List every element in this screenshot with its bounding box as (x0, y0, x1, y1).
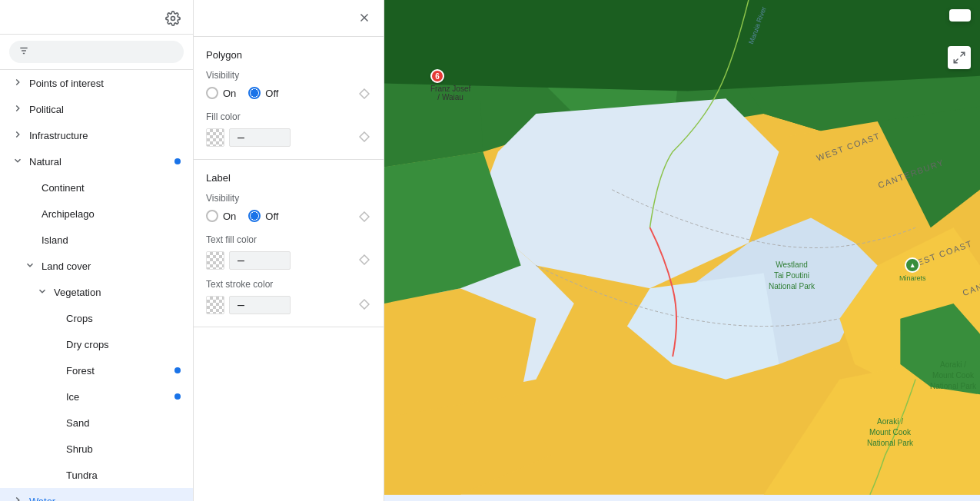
nav-label-dry-crops: Dry crops (66, 339, 109, 350)
nav-label-ice: Ice (66, 391, 79, 403)
left-panel: Points of interestPoliticalInfrastructur… (0, 0, 194, 501)
nav-item-crops[interactable]: Crops (0, 305, 193, 331)
nav-label-water: Water (29, 496, 55, 502)
label-section: Label Visibility On Off Text fill color (194, 160, 384, 327)
radio-group-polygon: On Off (206, 87, 278, 99)
radio-on-text-label: On (223, 211, 236, 222)
radio-on-label[interactable]: On (206, 210, 236, 222)
svg-marker-9 (360, 255, 369, 264)
svg-line-30 (961, 52, 965, 56)
radio-off-label-polygon: Off (265, 88, 278, 99)
nav-item-shrub[interactable]: Shrub (0, 436, 193, 462)
nav-label-island: Island (42, 234, 68, 246)
fill-color-swatch[interactable] (206, 128, 224, 147)
dot-forest (174, 367, 181, 373)
polygon-title: Polygon (206, 49, 371, 61)
nav-item-water[interactable]: Water (0, 488, 193, 501)
nav-item-land-cover[interactable]: Land cover (0, 253, 193, 279)
text-fill-swatch-group: – (206, 251, 291, 270)
nav-label-crops: Crops (66, 313, 93, 324)
text-fill-color-row: – (206, 251, 371, 270)
close-icon[interactable] (357, 11, 371, 28)
nav-item-island[interactable]: Island (0, 227, 193, 253)
diamond-icon-visibility-polygon[interactable] (359, 88, 371, 101)
diamond-icon-text-fill[interactable] (359, 254, 371, 267)
text-fill-color-swatch[interactable] (206, 251, 224, 270)
chevron-icon-land-cover (25, 260, 37, 272)
diamond-icon-visibility-label[interactable] (359, 211, 371, 224)
nav-item-tundra[interactable]: Tundra (0, 462, 193, 488)
fill-color-value[interactable]: – (229, 128, 291, 147)
svg-marker-10 (360, 300, 369, 309)
diamond-icon-text-stroke[interactable] (359, 299, 371, 311)
map-search-box[interactable] (949, 9, 971, 22)
nav-item-infrastructure[interactable]: Infrastructure (0, 122, 193, 148)
svg-marker-8 (360, 212, 369, 221)
text-stroke-color-row: – (206, 296, 371, 314)
chevron-icon-points-of-interest (12, 77, 25, 89)
nav-label-sand: Sand (66, 417, 89, 429)
nav-item-continent[interactable]: Continent (0, 174, 193, 201)
text-fill-color-value[interactable]: – (229, 251, 291, 270)
nav-label-shrub: Shrub (66, 443, 93, 455)
nav-label-tundra: Tundra (66, 469, 98, 481)
radio-off-polygon[interactable]: Off (248, 87, 278, 99)
radio-circle-on-label (206, 210, 218, 222)
diamond-icon-fill[interactable] (359, 131, 371, 144)
map-expand-button[interactable] (948, 46, 971, 69)
nav-item-political[interactable]: Political (0, 96, 193, 122)
visibility-label-label: Visibility (206, 193, 371, 204)
text-stroke-color-label: Text stroke color (206, 279, 371, 290)
radio-off-text-label: Off (265, 211, 278, 222)
middle-panel: Polygon Visibility On Off Fill color (194, 0, 384, 501)
nav-item-dry-crops[interactable]: Dry crops (0, 331, 193, 357)
nav-item-natural[interactable]: Natural (0, 148, 193, 174)
radio-off-label[interactable]: Off (248, 210, 278, 222)
nav-item-points-of-interest[interactable]: Points of interest (0, 70, 193, 96)
nav-item-forest[interactable]: Forest (0, 357, 193, 383)
visibility-row-polygon: On Off (206, 87, 371, 102)
dot-ice (174, 393, 181, 400)
visibility-label-polygon: Visibility (206, 70, 371, 81)
svg-marker-7 (360, 132, 369, 141)
map-area[interactable]: 6 Franz Josef/ Waiau WEST COAST CANTERBU… (384, 0, 980, 501)
chevron-icon-infrastructure (12, 129, 25, 141)
chevron-icon-political (12, 103, 25, 115)
nav-label-archipelago: Archipelago (42, 208, 95, 220)
svg-point-0 (171, 17, 175, 21)
text-stroke-color-swatch[interactable] (206, 296, 224, 314)
nav-label-infrastructure: Infrastructure (29, 130, 88, 141)
nav-label-points-of-interest: Points of interest (29, 78, 104, 89)
filter-input[interactable] (9, 41, 184, 63)
radio-group-label: On Off (206, 210, 278, 222)
franz-josef-label: Franz Josef/ Waiau (430, 85, 470, 101)
text-stroke-swatch-group: – (206, 296, 291, 314)
radio-on-polygon[interactable]: On (206, 87, 236, 99)
fill-color-swatch-group: – (206, 128, 291, 147)
franz-josef-badge: 6 (430, 69, 444, 83)
text-fill-color-label: Text fill color (206, 234, 371, 245)
nav-label-land-cover: Land cover (42, 260, 91, 272)
fill-color-row: – (206, 128, 371, 147)
nav-item-ice[interactable]: Ice (0, 383, 193, 410)
chevron-icon-water (12, 495, 25, 501)
nav-label-vegetation: Vegetation (54, 287, 101, 298)
nav-label-political: Political (29, 104, 64, 115)
svg-marker-17 (384, 0, 980, 91)
nav-item-vegetation[interactable]: Vegetation (0, 279, 193, 305)
polygon-section: Polygon Visibility On Off Fill color (194, 37, 384, 160)
label-title: Label (206, 172, 371, 184)
franz-josef-marker: 6 Franz Josef/ Waiau (430, 69, 470, 101)
middle-header (194, 0, 384, 37)
gear-icon[interactable] (165, 11, 181, 26)
nav-list: Points of interestPoliticalInfrastructur… (0, 70, 193, 501)
radio-circle-off-polygon (248, 87, 261, 99)
radio-circle-off-label (248, 210, 261, 222)
filter-bar (0, 35, 193, 70)
filter-icon (18, 45, 29, 58)
text-stroke-color-value[interactable]: – (229, 296, 291, 314)
nav-item-archipelago[interactable]: Archipelago (0, 201, 193, 227)
nav-item-sand[interactable]: Sand (0, 410, 193, 436)
nav-label-continent: Continent (42, 182, 85, 194)
radio-on-label-polygon: On (223, 88, 236, 99)
